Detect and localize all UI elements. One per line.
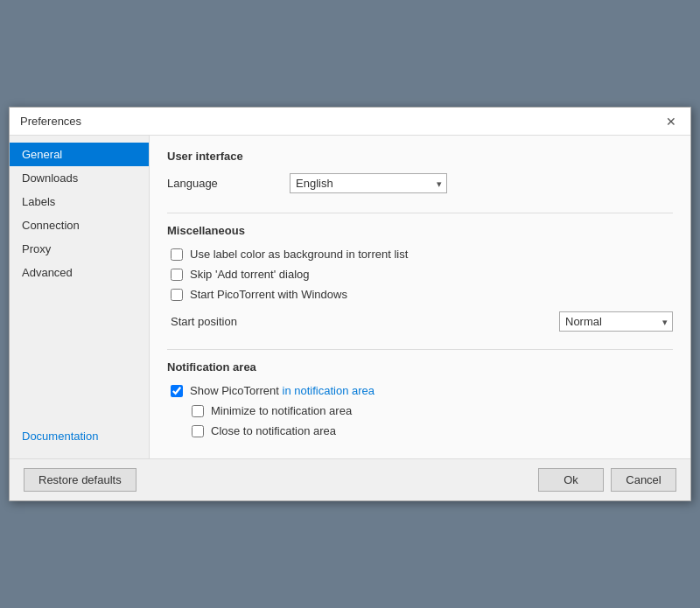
language-label: Language: [167, 177, 290, 190]
divider-2: [167, 349, 673, 350]
sidebar-nav: General Downloads Labels Connection Prox…: [10, 143, 149, 284]
backdrop: Preferences ✕ General Downloads Labels C…: [0, 0, 700, 608]
start-position-row: Start position Normal Minimized Hidden: [167, 311, 673, 332]
minimize-notification-label: Minimize to notification area: [211, 404, 352, 417]
minimize-notification-checkbox[interactable]: [192, 405, 204, 417]
notification-section-title: Notification area: [167, 360, 673, 374]
skip-add-text: Skip 'Add torrent' dialog: [190, 268, 310, 281]
label-color-checkbox[interactable]: [171, 248, 183, 261]
skip-add-label: Skip 'Add torrent' dialog: [190, 268, 310, 281]
preferences-dialog: Preferences ✕ General Downloads Labels C…: [9, 107, 691, 501]
user-interface-section-title: User interface: [167, 150, 673, 163]
start-position-select[interactable]: Normal Minimized Hidden: [559, 311, 673, 332]
start-windows-checkbox[interactable]: [171, 289, 183, 301]
label-color-label: Use label color as background in torrent…: [190, 248, 408, 261]
skip-add-row: Skip 'Add torrent' dialog: [167, 268, 673, 281]
dialog-title: Preferences: [20, 115, 81, 128]
label-color-row: Use label color as background in torrent…: [167, 248, 673, 261]
miscellaneous-section-title: Miscellaneous: [167, 224, 673, 237]
close-notification-row: Close to notification area: [167, 424, 673, 437]
language-select[interactable]: English French German Spanish: [290, 173, 447, 193]
language-select-wrapper: English French German Spanish: [290, 173, 447, 193]
title-bar: Preferences ✕: [10, 108, 690, 136]
sidebar-item-proxy[interactable]: Proxy: [10, 237, 149, 261]
divider-1: [167, 213, 673, 213]
start-windows-text: Start PicoTorrent with Windows: [190, 288, 347, 301]
sidebar-item-labels[interactable]: Labels: [10, 190, 149, 213]
sidebar-item-downloads[interactable]: Downloads: [10, 166, 149, 190]
start-position-label: Start position: [171, 315, 559, 328]
skip-add-checkbox[interactable]: [171, 269, 183, 281]
documentation-link[interactable]: Documentation: [22, 430, 98, 443]
start-windows-row: Start PicoTorrent with Windows: [167, 288, 673, 301]
sidebar-item-general[interactable]: General: [10, 143, 149, 166]
show-notification-highlight: in notification area: [283, 384, 375, 397]
restore-defaults-button[interactable]: Restore defaults: [24, 468, 136, 492]
close-button[interactable]: ✕: [662, 113, 680, 130]
sidebar-item-advanced[interactable]: Advanced: [10, 261, 149, 284]
sidebar-item-connection[interactable]: Connection: [10, 213, 149, 237]
dialog-body: General Downloads Labels Connection Prox…: [10, 136, 690, 458]
show-notification-checkbox[interactable]: [171, 385, 183, 397]
ok-button[interactable]: Ok: [538, 468, 604, 492]
show-notification-label: Show PicoTorrent in notification area: [190, 384, 374, 397]
sidebar: General Downloads Labels Connection Prox…: [10, 136, 150, 458]
main-content: User interface Language English French G…: [150, 136, 690, 458]
dialog-footer: Restore defaults Ok Cancel: [10, 458, 690, 500]
close-notification-label: Close to notification area: [211, 424, 336, 437]
documentation-link-container: Documentation: [10, 421, 149, 451]
start-position-select-wrapper: Normal Minimized Hidden: [559, 311, 673, 332]
close-notification-checkbox[interactable]: [192, 425, 204, 437]
start-windows-label: Start PicoTorrent with Windows: [190, 288, 347, 301]
minimize-notification-row: Minimize to notification area: [167, 404, 673, 417]
label-color-text: Use label color as background in torrent…: [190, 248, 408, 261]
cancel-button[interactable]: Cancel: [611, 468, 676, 492]
show-notification-row: Show PicoTorrent in notification area: [167, 384, 673, 397]
language-row: Language English French German Spanish: [167, 173, 673, 193]
